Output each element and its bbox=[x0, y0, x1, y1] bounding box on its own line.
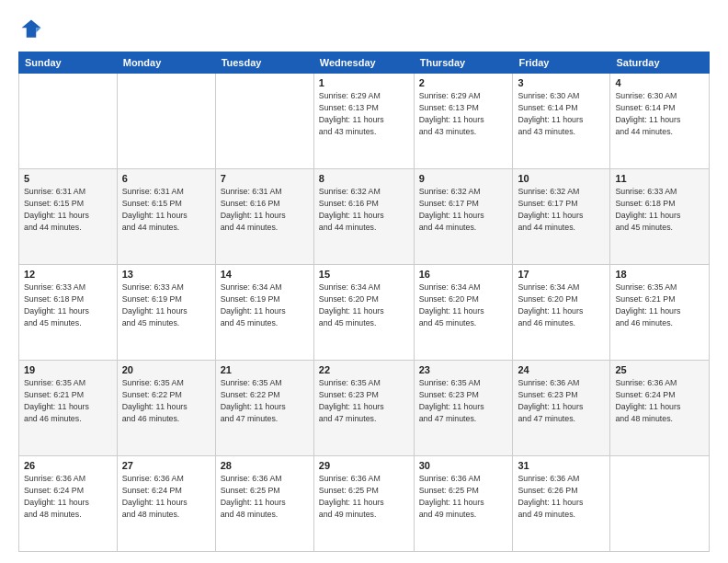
calendar-cell: 8Sunrise: 6:32 AM Sunset: 6:16 PM Daylig… bbox=[313, 169, 414, 265]
day-number: 26 bbox=[24, 460, 112, 471]
day-number: 15 bbox=[319, 269, 409, 280]
day-number: 9 bbox=[419, 173, 508, 184]
calendar-table: SundayMondayTuesdayWednesdayThursdayFrid… bbox=[18, 52, 710, 552]
calendar-cell: 3Sunrise: 6:30 AM Sunset: 6:14 PM Daylig… bbox=[513, 74, 610, 169]
weekday-header-monday: Monday bbox=[117, 52, 215, 74]
calendar-cell: 11Sunrise: 6:33 AM Sunset: 6:18 PM Dayli… bbox=[610, 169, 710, 265]
logo-icon bbox=[18, 17, 44, 42]
day-number: 29 bbox=[319, 460, 409, 471]
day-number: 31 bbox=[518, 460, 605, 471]
day-info: Sunrise: 6:31 AM Sunset: 6:16 PM Dayligh… bbox=[221, 187, 286, 232]
day-info: Sunrise: 6:36 AM Sunset: 6:23 PM Dayligh… bbox=[518, 378, 583, 423]
day-number: 10 bbox=[518, 173, 605, 184]
day-info: Sunrise: 6:29 AM Sunset: 6:13 PM Dayligh… bbox=[419, 91, 484, 136]
day-info: Sunrise: 6:36 AM Sunset: 6:25 PM Dayligh… bbox=[221, 474, 286, 519]
day-info: Sunrise: 6:36 AM Sunset: 6:24 PM Dayligh… bbox=[24, 474, 89, 519]
calendar-cell: 22Sunrise: 6:35 AM Sunset: 6:23 PM Dayli… bbox=[313, 361, 414, 456]
day-info: Sunrise: 6:34 AM Sunset: 6:19 PM Dayligh… bbox=[221, 282, 286, 327]
calendar-cell: 20Sunrise: 6:35 AM Sunset: 6:22 PM Dayli… bbox=[117, 361, 215, 456]
day-info: Sunrise: 6:32 AM Sunset: 6:17 PM Dayligh… bbox=[518, 187, 583, 232]
calendar-cell: 2Sunrise: 6:29 AM Sunset: 6:13 PM Daylig… bbox=[414, 74, 513, 169]
day-number: 25 bbox=[615, 364, 704, 375]
weekday-header-wednesday: Wednesday bbox=[313, 52, 414, 74]
week-row-4: 19Sunrise: 6:35 AM Sunset: 6:21 PM Dayli… bbox=[19, 361, 710, 456]
calendar-cell: 9Sunrise: 6:32 AM Sunset: 6:17 PM Daylig… bbox=[414, 169, 513, 265]
calendar-cell bbox=[610, 456, 710, 552]
day-info: Sunrise: 6:30 AM Sunset: 6:14 PM Dayligh… bbox=[518, 91, 583, 136]
calendar-cell: 15Sunrise: 6:34 AM Sunset: 6:20 PM Dayli… bbox=[313, 265, 414, 361]
calendar-cell bbox=[117, 74, 215, 169]
day-number: 11 bbox=[615, 173, 704, 184]
calendar-cell: 13Sunrise: 6:33 AM Sunset: 6:19 PM Dayli… bbox=[117, 265, 215, 361]
week-row-5: 26Sunrise: 6:36 AM Sunset: 6:24 PM Dayli… bbox=[19, 456, 710, 552]
day-number: 4 bbox=[615, 77, 704, 88]
header bbox=[18, 17, 710, 42]
calendar-cell: 6Sunrise: 6:31 AM Sunset: 6:15 PM Daylig… bbox=[117, 169, 215, 265]
calendar-cell: 1Sunrise: 6:29 AM Sunset: 6:13 PM Daylig… bbox=[313, 74, 414, 169]
calendar-cell: 30Sunrise: 6:36 AM Sunset: 6:25 PM Dayli… bbox=[414, 456, 513, 552]
day-number: 27 bbox=[122, 460, 210, 471]
calendar-cell: 5Sunrise: 6:31 AM Sunset: 6:15 PM Daylig… bbox=[19, 169, 118, 265]
page: SundayMondayTuesdayWednesdayThursdayFrid… bbox=[0, 0, 728, 563]
calendar-cell: 18Sunrise: 6:35 AM Sunset: 6:21 PM Dayli… bbox=[610, 265, 710, 361]
calendar-cell: 26Sunrise: 6:36 AM Sunset: 6:24 PM Dayli… bbox=[19, 456, 118, 552]
day-info: Sunrise: 6:35 AM Sunset: 6:23 PM Dayligh… bbox=[419, 378, 484, 423]
day-number: 3 bbox=[518, 77, 605, 88]
day-number: 24 bbox=[518, 364, 605, 375]
calendar-cell: 14Sunrise: 6:34 AM Sunset: 6:19 PM Dayli… bbox=[215, 265, 313, 361]
day-number: 8 bbox=[319, 173, 409, 184]
calendar-cell: 21Sunrise: 6:35 AM Sunset: 6:22 PM Dayli… bbox=[215, 361, 313, 456]
day-number: 7 bbox=[221, 173, 309, 184]
calendar-cell: 23Sunrise: 6:35 AM Sunset: 6:23 PM Dayli… bbox=[414, 361, 513, 456]
calendar-cell: 19Sunrise: 6:35 AM Sunset: 6:21 PM Dayli… bbox=[19, 361, 118, 456]
day-number: 23 bbox=[419, 364, 508, 375]
day-info: Sunrise: 6:36 AM Sunset: 6:25 PM Dayligh… bbox=[319, 474, 384, 519]
day-info: Sunrise: 6:35 AM Sunset: 6:21 PM Dayligh… bbox=[24, 378, 89, 423]
day-info: Sunrise: 6:34 AM Sunset: 6:20 PM Dayligh… bbox=[518, 282, 583, 327]
weekday-header-thursday: Thursday bbox=[414, 52, 513, 74]
day-info: Sunrise: 6:35 AM Sunset: 6:22 PM Dayligh… bbox=[221, 378, 286, 423]
day-number: 5 bbox=[24, 173, 112, 184]
calendar-cell: 27Sunrise: 6:36 AM Sunset: 6:24 PM Dayli… bbox=[117, 456, 215, 552]
calendar-cell: 17Sunrise: 6:34 AM Sunset: 6:20 PM Dayli… bbox=[513, 265, 610, 361]
calendar-cell: 25Sunrise: 6:36 AM Sunset: 6:24 PM Dayli… bbox=[610, 361, 710, 456]
day-number: 6 bbox=[122, 173, 210, 184]
day-number: 1 bbox=[319, 77, 409, 88]
day-number: 28 bbox=[221, 460, 309, 471]
day-number: 13 bbox=[122, 269, 210, 280]
logo bbox=[18, 17, 48, 42]
calendar-cell: 31Sunrise: 6:36 AM Sunset: 6:26 PM Dayli… bbox=[513, 456, 610, 552]
day-info: Sunrise: 6:31 AM Sunset: 6:15 PM Dayligh… bbox=[24, 187, 89, 232]
weekday-header-friday: Friday bbox=[513, 52, 610, 74]
weekday-header-sunday: Sunday bbox=[19, 52, 118, 74]
day-info: Sunrise: 6:36 AM Sunset: 6:24 PM Dayligh… bbox=[615, 378, 680, 423]
day-info: Sunrise: 6:29 AM Sunset: 6:13 PM Dayligh… bbox=[319, 91, 384, 136]
calendar-cell: 10Sunrise: 6:32 AM Sunset: 6:17 PM Dayli… bbox=[513, 169, 610, 265]
weekday-header-saturday: Saturday bbox=[610, 52, 710, 74]
weekday-row: SundayMondayTuesdayWednesdayThursdayFrid… bbox=[19, 52, 710, 74]
week-row-3: 12Sunrise: 6:33 AM Sunset: 6:18 PM Dayli… bbox=[19, 265, 710, 361]
day-info: Sunrise: 6:30 AM Sunset: 6:14 PM Dayligh… bbox=[615, 91, 680, 136]
calendar-cell: 7Sunrise: 6:31 AM Sunset: 6:16 PM Daylig… bbox=[215, 169, 313, 265]
day-number: 19 bbox=[24, 364, 112, 375]
day-number: 22 bbox=[319, 364, 409, 375]
calendar-body: 1Sunrise: 6:29 AM Sunset: 6:13 PM Daylig… bbox=[19, 74, 710, 552]
calendar-cell: 12Sunrise: 6:33 AM Sunset: 6:18 PM Dayli… bbox=[19, 265, 118, 361]
day-number: 30 bbox=[419, 460, 508, 471]
day-info: Sunrise: 6:32 AM Sunset: 6:17 PM Dayligh… bbox=[419, 187, 484, 232]
calendar-cell: 24Sunrise: 6:36 AM Sunset: 6:23 PM Dayli… bbox=[513, 361, 610, 456]
day-number: 21 bbox=[221, 364, 309, 375]
day-number: 12 bbox=[24, 269, 112, 280]
calendar-header: SundayMondayTuesdayWednesdayThursdayFrid… bbox=[19, 52, 710, 74]
day-info: Sunrise: 6:34 AM Sunset: 6:20 PM Dayligh… bbox=[319, 282, 384, 327]
day-number: 18 bbox=[615, 269, 704, 280]
day-number: 17 bbox=[518, 269, 605, 280]
day-number: 20 bbox=[122, 364, 210, 375]
calendar-cell bbox=[19, 74, 118, 169]
day-info: Sunrise: 6:33 AM Sunset: 6:19 PM Dayligh… bbox=[122, 282, 188, 327]
day-info: Sunrise: 6:35 AM Sunset: 6:22 PM Dayligh… bbox=[122, 378, 188, 423]
day-info: Sunrise: 6:35 AM Sunset: 6:21 PM Dayligh… bbox=[615, 282, 680, 327]
day-info: Sunrise: 6:34 AM Sunset: 6:20 PM Dayligh… bbox=[419, 282, 484, 327]
calendar-cell: 28Sunrise: 6:36 AM Sunset: 6:25 PM Dayli… bbox=[215, 456, 313, 552]
calendar-cell: 29Sunrise: 6:36 AM Sunset: 6:25 PM Dayli… bbox=[313, 456, 414, 552]
